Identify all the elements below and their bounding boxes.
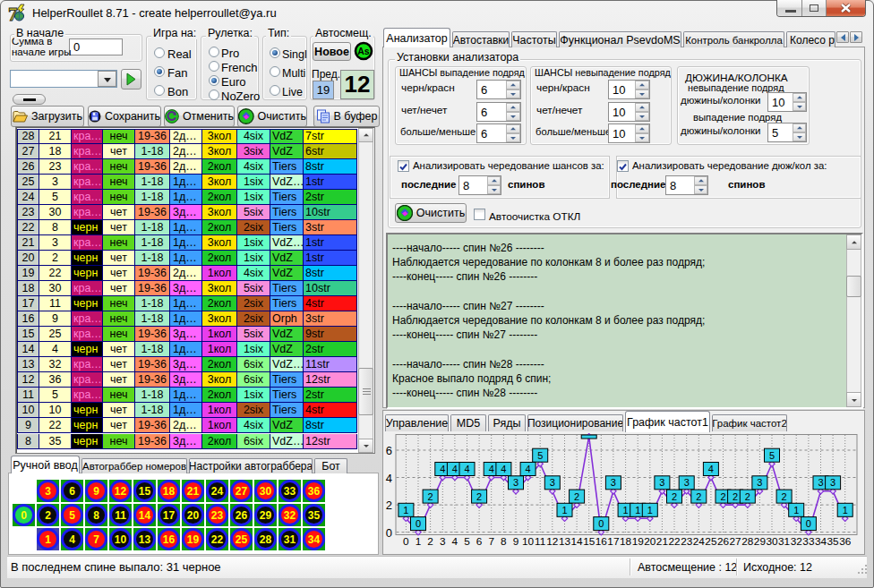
svg-text:1: 1 xyxy=(647,505,653,516)
svg-text:1: 1 xyxy=(635,505,640,516)
svg-text:34: 34 xyxy=(815,535,827,548)
svg-text:14: 14 xyxy=(571,535,584,548)
svg-text:3: 3 xyxy=(757,477,762,488)
svg-text:24: 24 xyxy=(693,535,706,548)
svg-text:26: 26 xyxy=(717,535,730,548)
svg-text:30: 30 xyxy=(766,535,778,548)
svg-text:5: 5 xyxy=(537,450,543,461)
svg-text:6: 6 xyxy=(476,535,483,548)
svg-text:4: 4 xyxy=(452,464,458,474)
svg-text:4: 4 xyxy=(489,464,494,474)
svg-text:3: 3 xyxy=(684,477,690,488)
svg-text:6: 6 xyxy=(386,444,392,457)
svg-text:29: 29 xyxy=(754,535,766,548)
svg-text:5: 5 xyxy=(769,450,775,461)
svg-text:31: 31 xyxy=(778,535,790,548)
svg-text:25: 25 xyxy=(705,535,717,548)
svg-text:0: 0 xyxy=(416,518,421,529)
svg-text:4: 4 xyxy=(708,464,714,474)
svg-text:3: 3 xyxy=(659,477,664,488)
svg-text:4: 4 xyxy=(464,464,469,474)
svg-text:2: 2 xyxy=(574,491,579,502)
svg-text:19: 19 xyxy=(632,535,644,548)
svg-text:28: 28 xyxy=(741,535,754,548)
svg-text:4: 4 xyxy=(501,464,506,474)
svg-text:2: 2 xyxy=(386,499,392,512)
svg-text:As: As xyxy=(357,46,370,56)
svg-text:33: 33 xyxy=(802,535,815,548)
svg-text:8: 8 xyxy=(501,535,507,548)
svg-text:2: 2 xyxy=(733,491,738,502)
svg-text:4: 4 xyxy=(440,464,445,474)
svg-text:10: 10 xyxy=(522,535,535,548)
svg-text:13: 13 xyxy=(559,535,571,548)
svg-text:4: 4 xyxy=(386,472,392,485)
svg-text:15: 15 xyxy=(583,535,596,548)
svg-text:3: 3 xyxy=(513,477,518,488)
svg-text:3: 3 xyxy=(818,477,823,488)
svg-text:1: 1 xyxy=(793,505,799,516)
svg-text:2: 2 xyxy=(745,491,750,502)
svg-text:23: 23 xyxy=(681,535,693,548)
svg-text:3: 3 xyxy=(830,477,835,488)
svg-text:1: 1 xyxy=(416,535,422,548)
svg-text:12: 12 xyxy=(546,535,558,548)
svg-text:1: 1 xyxy=(623,505,629,516)
svg-text:22: 22 xyxy=(668,535,680,548)
svg-text:0: 0 xyxy=(403,535,409,548)
svg-text:2: 2 xyxy=(672,491,677,502)
svg-text:0: 0 xyxy=(386,526,392,540)
svg-text:32: 32 xyxy=(791,535,802,548)
svg-text:4: 4 xyxy=(526,464,531,474)
svg-text:5: 5 xyxy=(464,535,470,548)
svg-text:16: 16 xyxy=(596,535,608,548)
svg-text:2: 2 xyxy=(427,535,433,548)
svg-text:2: 2 xyxy=(476,491,482,502)
svg-text:2: 2 xyxy=(720,491,725,502)
svg-text:1: 1 xyxy=(561,505,567,516)
svg-text:3: 3 xyxy=(611,477,616,488)
svg-text:35: 35 xyxy=(827,535,840,548)
svg-text:11: 11 xyxy=(535,535,545,548)
svg-text:2: 2 xyxy=(782,491,787,502)
svg-text:3: 3 xyxy=(550,477,555,488)
svg-text:20: 20 xyxy=(644,535,656,548)
svg-text:0: 0 xyxy=(598,518,604,529)
svg-text:1: 1 xyxy=(403,505,408,516)
svg-text:27: 27 xyxy=(730,535,741,548)
svg-text:9: 9 xyxy=(513,535,519,548)
svg-text:2: 2 xyxy=(696,491,701,502)
svg-text:1: 1 xyxy=(843,505,848,516)
svg-text:3: 3 xyxy=(440,535,446,548)
svg-text:4: 4 xyxy=(452,535,458,548)
svg-text:21: 21 xyxy=(656,535,668,548)
svg-text:36: 36 xyxy=(839,535,852,548)
svg-text:7: 7 xyxy=(488,535,494,548)
svg-text:18: 18 xyxy=(620,535,632,548)
svg-text:2: 2 xyxy=(428,491,433,502)
svg-text:17: 17 xyxy=(607,535,619,548)
svg-text:0: 0 xyxy=(806,518,811,529)
